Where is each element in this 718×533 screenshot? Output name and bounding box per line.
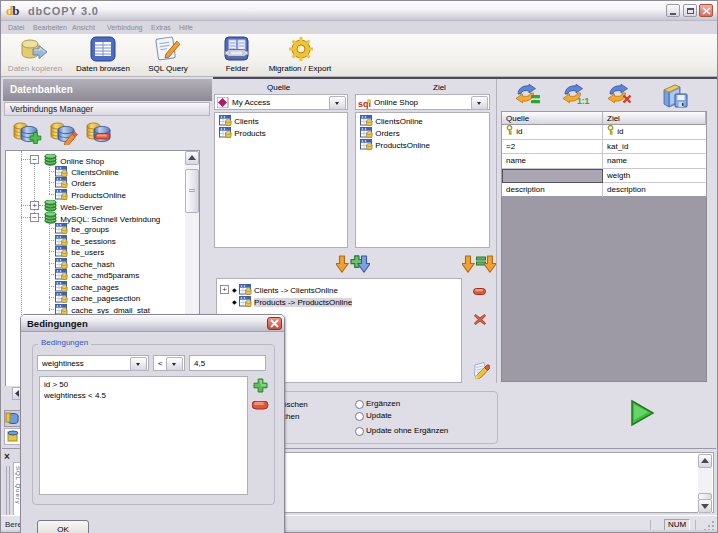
svg-text:1:1: 1:1 — [577, 96, 590, 106]
